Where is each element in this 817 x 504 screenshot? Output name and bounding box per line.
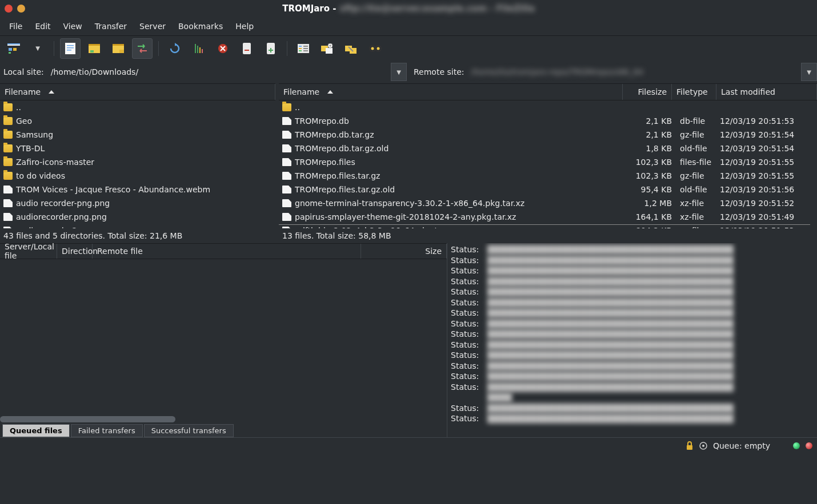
modified-label: 12/03/19 20:51:54 <box>716 144 814 153</box>
remote-file-list[interactable]: ..TROMrepo.db2,1 KBdb-file12/03/19 20:51… <box>279 100 817 228</box>
queue-body[interactable] <box>0 259 447 422</box>
queue-h-scrollbar[interactable] <box>0 416 439 422</box>
col-filename[interactable]: Filename <box>279 84 623 100</box>
list-item[interactable]: TROMrepo.db2,1 KBdb-file12/03/19 20:51:5… <box>279 114 817 128</box>
list-item[interactable]: .. <box>279 100 817 114</box>
sync-browsing-button[interactable] <box>341 38 362 59</box>
local-file-header[interactable]: Filename <box>0 83 275 100</box>
list-item[interactable]: TROM Voices - Jacque Fresco - Abundance.… <box>0 183 275 196</box>
filetype-label: gz-file <box>676 130 716 139</box>
sitemanager-button[interactable] <box>3 38 24 59</box>
list-item[interactable]: gnome-terminal-transparency-3.30.2-1-x86… <box>279 196 817 210</box>
filename-label: .. <box>295 103 627 112</box>
menu-transfer[interactable]: Transfer <box>89 19 133 34</box>
log-line: Status:█████████████████████████████████… <box>451 297 814 308</box>
list-item[interactable]: .. <box>0 100 275 114</box>
cancel-button[interactable] <box>213 38 233 59</box>
list-item[interactable]: to do videos <box>0 169 275 183</box>
modified-label: 12/03/19 20:51:56 <box>716 185 814 194</box>
list-item[interactable]: audiorecorder2.png <box>0 224 275 228</box>
refresh-button[interactable] <box>165 38 185 59</box>
list-item[interactable]: TROMrepo.files.tar.gz.old95,4 KBold-file… <box>279 183 817 196</box>
list-item[interactable]: YTB-DL <box>0 142 275 155</box>
list-item[interactable]: TROMrepo.files102,3 KBfiles-file12/03/19… <box>279 155 817 169</box>
toggle-message-log-button[interactable] <box>60 38 81 59</box>
tab-failed-transfers[interactable]: Failed transfers <box>71 424 143 437</box>
local-file-list[interactable]: ..GeoSamsungYTB-DLZafiro-icons-masterto … <box>0 100 275 228</box>
menu-help[interactable]: Help <box>230 19 259 34</box>
list-item[interactable]: papirus-smplayer-theme-git-20181024-2-an… <box>279 210 817 224</box>
menu-server[interactable]: Server <box>134 19 171 34</box>
col-direction[interactable]: Direction <box>57 244 93 259</box>
list-item[interactable]: audio recorder-png.png <box>0 196 275 210</box>
col-filesize[interactable]: Filesize <box>623 84 672 100</box>
remote-site-dropdown[interactable]: ▼ <box>801 63 817 81</box>
log-message-blurred: ████████████████████████████████████████ <box>487 255 602 266</box>
menu-edit[interactable]: Edit <box>29 19 56 34</box>
minimize-window-button[interactable] <box>17 5 25 13</box>
list-item[interactable]: Samsung <box>0 128 275 142</box>
modified-label: 12/03/19 20:51:53 <box>716 226 814 228</box>
col-filename[interactable]: Filename <box>0 84 275 100</box>
list-item[interactable]: TROMrepo.files.tar.gz102,3 KBgz-file12/0… <box>279 169 817 183</box>
toggle-remote-tree-button[interactable] <box>108 38 129 59</box>
queue-header[interactable]: Server/Local file Direction Remote file … <box>0 243 447 259</box>
list-item[interactable]: Geo <box>0 114 275 128</box>
menu-view[interactable]: View <box>58 19 88 34</box>
find-files-button[interactable] <box>365 38 386 59</box>
col-size[interactable]: Size <box>361 244 447 259</box>
local-site-dropdown[interactable]: ▼ <box>391 63 407 81</box>
svg-rect-28 <box>299 50 302 51</box>
disconnect-button[interactable] <box>237 38 257 59</box>
svg-rect-15 <box>195 44 196 53</box>
selection-highlight <box>279 224 810 225</box>
reconnect-button[interactable] <box>261 38 281 59</box>
message-log[interactable]: Status:█████████████████████████████████… <box>447 243 817 437</box>
col-filetype[interactable]: Filetype <box>672 84 716 100</box>
tab-queued-files[interactable]: Queued files <box>2 424 70 437</box>
svg-rect-1 <box>7 43 20 45</box>
close-window-button[interactable] <box>5 5 13 13</box>
log-line: Status:█████████████████████████████████… <box>451 413 814 424</box>
tab-successful-transfers[interactable]: Successful transfers <box>144 424 234 437</box>
file-icon <box>282 213 291 221</box>
log-line: Status:█████████████████████████████████… <box>451 287 814 297</box>
local-site-input[interactable]: /home/tio/Downloads/ <box>47 63 391 81</box>
window-title-blurred: sftp://tio@server.example.com - FileZill… <box>340 3 535 14</box>
modified-label: 12/03/19 20:51:54 <box>716 130 814 139</box>
filetype-label: files-file <box>676 158 716 167</box>
filesize-label: 2,1 KB <box>627 130 676 139</box>
list-item[interactable]: TROMrepo.db.tar.gz2,1 KBgz-file12/03/19 … <box>279 128 817 142</box>
toggle-local-tree-button[interactable] <box>84 38 105 59</box>
col-lastmodified[interactable]: Last modified <box>716 84 817 100</box>
col-server-local[interactable]: Server/Local file <box>0 244 57 259</box>
list-item[interactable]: audiorecorder.png.png <box>0 210 275 224</box>
menu-file[interactable]: File <box>3 19 28 34</box>
log-line: Status:█████████████████████████████████… <box>451 329 814 340</box>
col-remote-file[interactable]: Remote file <box>93 244 361 259</box>
toggle-transfer-queue-button[interactable] <box>132 38 153 59</box>
file-icon <box>3 186 13 193</box>
filesize-label: 2,1 KB <box>627 116 676 126</box>
filename-label: papirus-smplayer-theme-git-20181024-2-an… <box>295 212 627 221</box>
list-item[interactable]: Zafiro-icons-master <box>0 155 275 169</box>
file-icon <box>282 199 291 207</box>
sitemanager-dropdown[interactable]: ▼ <box>27 38 48 59</box>
directory-compare-button[interactable] <box>317 38 338 59</box>
process-queue-button[interactable] <box>189 38 209 59</box>
filename-filter-button[interactable] <box>293 38 314 59</box>
svg-rect-29 <box>303 46 308 47</box>
svg-rect-8 <box>67 50 71 51</box>
file-icon <box>282 144 291 152</box>
log-message-blurred: ████████████████████████████████████████ <box>487 318 693 329</box>
remote-file-header[interactable]: Filename Filesize Filetype Last modified <box>279 83 817 100</box>
log-status-label: Status: <box>451 371 483 382</box>
filename-label: TROMrepo.files.tar.gz <box>295 171 627 180</box>
file-icon <box>282 227 291 228</box>
remote-site-input[interactable]: /home/tio/tromjaro-repo/TROMrepo/x86_64 <box>467 63 801 81</box>
local-file-pane: Filename ..GeoSamsungYTB-DLZafiro-icons-… <box>0 83 275 243</box>
menu-bookmarks[interactable]: Bookmarks <box>173 19 229 34</box>
folder-icon <box>3 158 13 166</box>
modified-label: 12/03/19 20:51:49 <box>716 212 814 221</box>
list-item[interactable]: TROMrepo.db.tar.gz.old1,8 KBold-file12/0… <box>279 142 817 155</box>
